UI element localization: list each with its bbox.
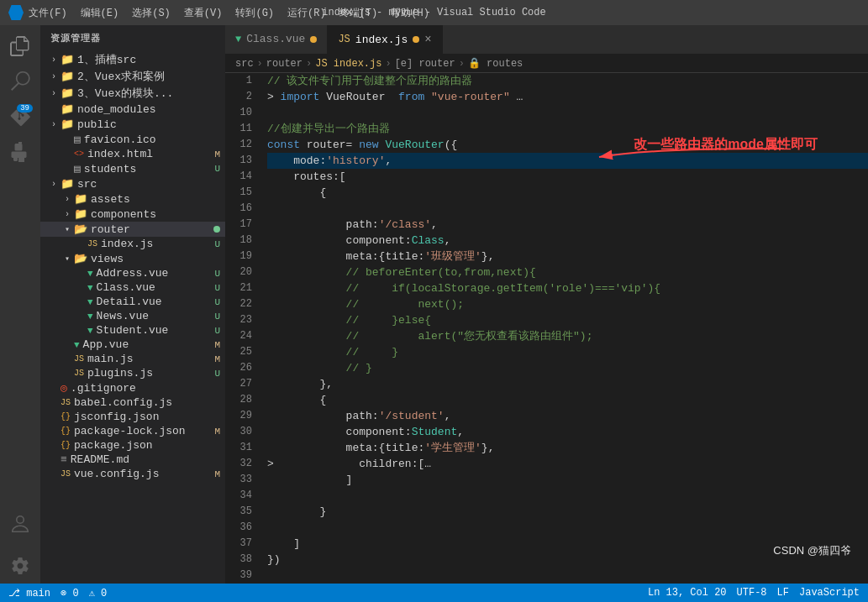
- git-badge: 39: [17, 104, 33, 113]
- tree-item[interactable]: ▤favicon.ico: [40, 132, 225, 147]
- tree-arrow: ›: [47, 120, 60, 129]
- tree-item[interactable]: ›📁1、插槽src: [40, 51, 225, 68]
- mod-indicator: M: [214, 469, 220, 479]
- tree-label: News.vue: [97, 310, 215, 322]
- file-icon: 📁: [60, 177, 74, 191]
- tree-arrow: ›: [60, 195, 74, 204]
- file-icon: 📁: [60, 102, 74, 116]
- tree-item[interactable]: ◎.gitignore: [40, 380, 225, 395]
- editor-tab[interactable]: JSindex.js×: [328, 25, 442, 54]
- menu-item[interactable]: 查看(V): [184, 6, 223, 20]
- tree-label: Student.vue: [97, 324, 215, 337]
- title-bar-title: index.js - myvue - Visual Studio Code: [322, 7, 545, 18]
- activity-icon-settings[interactable]: [6, 552, 34, 580]
- tree-item[interactable]: <>index.htmlM: [40, 147, 225, 161]
- mod-indicator: M: [214, 149, 220, 160]
- file-icon: <>: [74, 149, 84, 159]
- tree-item[interactable]: ≡README.md: [40, 453, 225, 467]
- activity-icon-account[interactable]: [6, 510, 34, 538]
- code-line: > children:[…: [267, 456, 868, 472]
- status-language[interactable]: JavaScript: [799, 587, 860, 599]
- tabs-bar: ▼Class.vueJSindex.js×: [225, 25, 868, 55]
- code-line: // }: [267, 360, 868, 376]
- tree-item[interactable]: ▼Student.vueU: [40, 323, 225, 338]
- status-eol[interactable]: LF: [777, 587, 789, 599]
- code-line: meta:{title:'学生管理'},: [267, 440, 868, 456]
- menu-item[interactable]: 转到(G): [235, 6, 274, 20]
- main-layout: 39 资源管理器 ›📁1、插槽src›📁2、Vuex求和案例›📁3、Vuex的模…: [0, 25, 868, 584]
- tree-item[interactable]: {}jsconfig.json: [40, 410, 225, 424]
- tree-item[interactable]: ▼App.vueM: [40, 338, 225, 352]
- code-line: > import VueRouter from "vue-router" …: [267, 89, 868, 105]
- tree-item[interactable]: {}package-lock.jsonM: [40, 424, 225, 438]
- tree-item[interactable]: JSvue.config.jsM: [40, 467, 225, 481]
- breadcrumb-router[interactable]: router: [266, 58, 302, 70]
- tab-close-button[interactable]: ×: [424, 33, 431, 46]
- menu-item[interactable]: 编辑(E): [81, 6, 119, 20]
- breadcrumb-src[interactable]: src: [235, 58, 254, 70]
- tab-label: index.js: [355, 34, 408, 46]
- tree-label: index.html: [87, 148, 214, 160]
- status-bar: ⎇ main ⊗ 0 ⚠ 0 Ln 13, Col 20 UTF-8 LF Ja…: [0, 584, 868, 602]
- tree-item[interactable]: ›📁2、Vuex求和案例: [40, 68, 225, 85]
- mod-indicator: U: [214, 369, 220, 379]
- tree-item[interactable]: JSbabel.config.js: [40, 395, 225, 410]
- menu-item[interactable]: 选择(S): [132, 6, 171, 20]
- file-icon: 📁: [60, 118, 74, 131]
- breadcrumb-router2[interactable]: [e] router: [395, 58, 455, 70]
- mod-indicator: U: [214, 297, 220, 307]
- tree-item[interactable]: {}package.json: [40, 438, 225, 453]
- file-icon: ≡: [60, 453, 67, 466]
- status-line[interactable]: Ln 13, Col 20: [648, 587, 727, 599]
- tree-item[interactable]: ▼Detail.vueU: [40, 295, 225, 309]
- code-editor[interactable]: 1210111213141516171819202122232425262728…: [225, 73, 868, 584]
- tree-label: assets: [91, 193, 225, 206]
- tree-item[interactable]: ▼News.vueU: [40, 309, 225, 323]
- tree-item[interactable]: ›📁assets: [40, 191, 225, 207]
- code-line: path:'/student',: [267, 408, 868, 424]
- tree-item[interactable]: JSindex.jsU: [40, 237, 225, 251]
- menu-item[interactable]: 文件(F): [29, 6, 67, 20]
- tree-arrow: ›: [47, 55, 60, 65]
- file-icon: ▼: [74, 340, 80, 350]
- breadcrumb-routes[interactable]: 🔒 routes: [468, 57, 523, 70]
- code-line: [267, 488, 868, 504]
- code-line: // alert("您无权查看该路由组件");: [267, 328, 868, 344]
- file-icon: 📁: [74, 192, 87, 206]
- sidebar-content[interactable]: ›📁1、插槽src›📁2、Vuex求和案例›📁3、Vuex的模块...📁node…: [40, 51, 225, 584]
- mod-indicator: U: [214, 283, 220, 293]
- tree-arrow: ›: [47, 89, 60, 98]
- editor-tab[interactable]: ▼Class.vue: [225, 25, 328, 54]
- status-branch[interactable]: ⎇ main: [8, 587, 50, 599]
- tree-label: index.js: [101, 238, 214, 250]
- tree-item[interactable]: ▾📂views: [40, 251, 225, 266]
- tree-item[interactable]: JSmain.jsM: [40, 352, 225, 366]
- file-icon: ▼: [87, 283, 93, 293]
- breadcrumb-file[interactable]: JS index.js: [315, 58, 381, 70]
- tab-label: Class.vue: [246, 33, 305, 45]
- tree-item[interactable]: ▼Class.vueU: [40, 280, 225, 295]
- breadcrumb: src › router › JS index.js › [e] router …: [225, 55, 868, 73]
- tree-item[interactable]: ›📁src: [40, 176, 225, 191]
- tree-item[interactable]: ›📁public: [40, 117, 225, 132]
- tab-icon: ▼: [235, 34, 241, 45]
- file-icon: ▤: [74, 133, 81, 146]
- tree-item[interactable]: ›📁components: [40, 207, 225, 222]
- tree-label: README.md: [71, 453, 225, 466]
- activity-icon-search[interactable]: [6, 67, 34, 96]
- tab-modifier-dot: [310, 36, 317, 43]
- tree-label: favicon.ico: [84, 133, 225, 146]
- tree-item[interactable]: ▾📂router: [40, 222, 225, 237]
- tree-item[interactable]: JSplugins.jsU: [40, 366, 225, 380]
- activity-icon-git[interactable]: 39: [6, 102, 34, 131]
- tree-item[interactable]: ▼Address.vueU: [40, 266, 225, 280]
- tree-item[interactable]: 📁node_modules: [40, 102, 225, 117]
- menu-item[interactable]: 运行(R): [287, 6, 326, 20]
- activity-icon-extensions[interactable]: [6, 138, 34, 166]
- activity-icon-files[interactable]: [6, 32, 34, 60]
- tree-item[interactable]: ▤studentsU: [40, 161, 225, 176]
- tree-item[interactable]: ›📁3、Vuex的模块...: [40, 85, 225, 102]
- tree-label: .gitignore: [71, 382, 225, 395]
- tree-arrow: ▾: [60, 224, 74, 234]
- status-encoding[interactable]: UTF-8: [737, 587, 767, 599]
